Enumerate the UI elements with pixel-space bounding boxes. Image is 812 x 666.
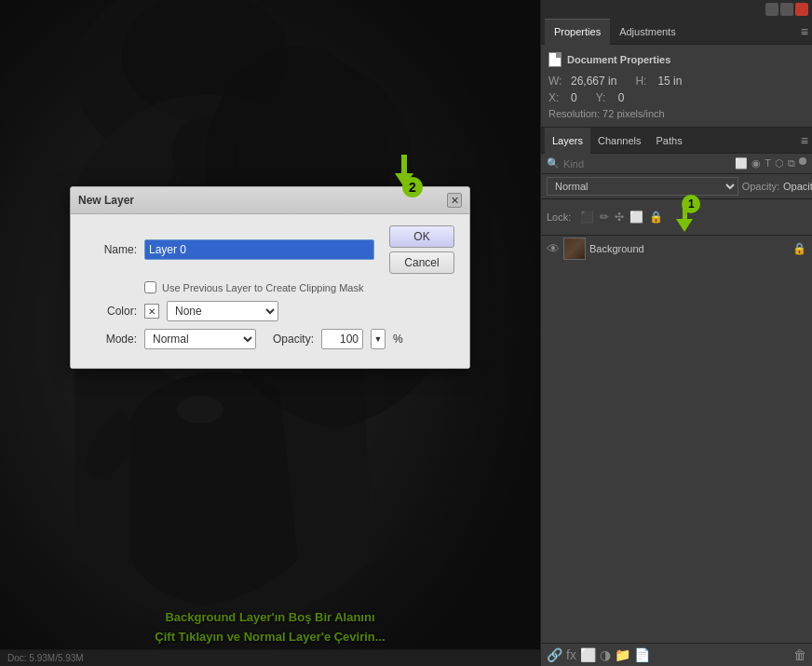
filter-smart-icon[interactable]: ⧉ bbox=[788, 157, 795, 170]
properties-tabs: Properties Adjustments ≡ bbox=[541, 19, 812, 45]
blend-mode-select[interactable]: Normal Dissolve Multiply bbox=[547, 177, 738, 196]
filter-pixel-icon[interactable]: ⬜ bbox=[735, 157, 748, 170]
properties-content: Document Properties W: 26,667 in H: 15 i… bbox=[541, 45, 812, 127]
layers-bottom-toolbar: 🔗 fx ⬜ ◑ 📁 📄 🗑 bbox=[541, 643, 812, 666]
step1-indicator: 1 bbox=[676, 202, 693, 232]
lock-all-icon[interactable]: 🔒 bbox=[649, 211, 663, 224]
mode-row: Mode: Normal Dissolve Multiply Screen Op… bbox=[86, 329, 454, 349]
layer-effects-icon[interactable]: fx bbox=[566, 647, 576, 662]
layers-panel: Layers Channels Paths ≡ 🔍 ⬜ ◉ T ⬡ ⧉ Norm… bbox=[541, 128, 812, 666]
lock-brush-icon[interactable]: ✏ bbox=[600, 211, 609, 224]
maximize-button[interactable] bbox=[780, 3, 793, 16]
opacity-dropdown-arrow[interactable]: ▼ bbox=[371, 329, 386, 349]
name-label: Name: bbox=[86, 243, 137, 256]
y-pair: Y: 0 bbox=[596, 91, 625, 104]
layer-thumb-image bbox=[564, 238, 585, 259]
canvas-area: 2 New Layer ✕ Name: OK Cancel bbox=[0, 0, 540, 666]
top-bar bbox=[541, 0, 812, 19]
opacity-value-layers: Opacity bbox=[783, 181, 806, 192]
search-icon: 🔍 bbox=[547, 157, 560, 170]
doc-props-header: Document Properties bbox=[548, 52, 805, 67]
lock-move-icon[interactable]: ✣ bbox=[615, 211, 624, 224]
ok-button[interactable]: OK bbox=[389, 225, 454, 248]
layers-spacer bbox=[541, 262, 812, 643]
tab-paths[interactable]: Paths bbox=[649, 128, 690, 154]
filter-type-icon[interactable]: T bbox=[765, 157, 771, 170]
filter-adj-icon[interactable]: ◉ bbox=[751, 157, 761, 170]
width-pair: W: 26,667 in bbox=[548, 75, 616, 88]
lock-checkerboard-icon[interactable]: ⬛ bbox=[580, 211, 594, 224]
x-label: X: bbox=[548, 91, 567, 104]
layers-tabs: Layers Channels Paths ≡ bbox=[541, 128, 812, 154]
new-layer-dialog: 2 New Layer ✕ Name: OK Cancel bbox=[70, 186, 470, 369]
clipping-mask-checkbox[interactable] bbox=[144, 281, 156, 293]
new-fill-layer-icon[interactable]: ◑ bbox=[600, 647, 611, 662]
new-group-icon[interactable]: 📁 bbox=[615, 647, 630, 662]
wh-row: W: 26,667 in H: 15 in bbox=[548, 75, 805, 88]
dialog-body: Name: OK Cancel Use Previous Layer to Cr… bbox=[71, 214, 469, 368]
step-badge-1: 1 bbox=[682, 195, 700, 213]
link-layers-icon[interactable]: 🔗 bbox=[547, 647, 562, 662]
delete-layer-icon[interactable]: 🗑 bbox=[793, 647, 806, 662]
lock-artboard-icon[interactable]: ⬜ bbox=[629, 211, 643, 224]
layer-thumbnail bbox=[563, 238, 586, 260]
clipping-mask-label: Use Previous Layer to Create Clipping Ma… bbox=[162, 282, 363, 293]
blend-mode-row: Normal Dissolve Multiply Opacity: Opacit… bbox=[541, 174, 812, 199]
minimize-button[interactable] bbox=[765, 3, 778, 16]
layer-visibility-icon[interactable]: 👁 bbox=[547, 241, 560, 256]
new-layer-icon[interactable]: 📄 bbox=[634, 647, 650, 662]
add-mask-icon[interactable]: ⬜ bbox=[580, 647, 596, 662]
layers-search-row: 🔍 ⬜ ◉ T ⬡ ⧉ bbox=[541, 154, 812, 174]
filter-shape-icon[interactable]: ⬡ bbox=[775, 157, 784, 170]
window-controls bbox=[765, 3, 808, 16]
mode-select[interactable]: Normal Dissolve Multiply Screen bbox=[144, 329, 256, 349]
x-pair: X: 0 bbox=[548, 91, 577, 104]
lock-label: Lock: bbox=[547, 211, 571, 223]
height-pair: H: 15 in bbox=[635, 75, 682, 88]
tab-properties[interactable]: Properties bbox=[545, 19, 610, 45]
lock-row: Lock: ⬛ ✏ ✣ ⬜ 🔒 1 bbox=[541, 199, 812, 236]
opacity-percent: % bbox=[393, 333, 403, 346]
y-value: 0 bbox=[618, 91, 625, 104]
layer-name-input[interactable] bbox=[144, 239, 374, 260]
height-label: H: bbox=[635, 75, 654, 88]
arrow-shaft bbox=[401, 155, 407, 173]
color-select[interactable]: None Red Orange Yellow Green Blue Violet… bbox=[167, 301, 278, 321]
document-icon bbox=[548, 52, 562, 67]
dialog-close-button[interactable]: ✕ bbox=[447, 193, 462, 208]
clipping-mask-row: Use Previous Layer to Create Clipping Ma… bbox=[144, 281, 454, 293]
name-row: Name: OK Cancel bbox=[86, 225, 454, 274]
width-label: W: bbox=[548, 75, 567, 88]
mode-label: Mode: bbox=[86, 333, 137, 346]
cancel-button[interactable]: Cancel bbox=[389, 251, 454, 274]
right-panel: Properties Adjustments ≡ Document Proper… bbox=[540, 0, 812, 666]
x-value: 0 bbox=[571, 91, 577, 104]
layers-search-input[interactable] bbox=[563, 158, 731, 170]
dialog-buttons: OK Cancel bbox=[389, 225, 454, 274]
dialog-overlay: 2 New Layer ✕ Name: OK Cancel bbox=[0, 0, 540, 666]
color-label: Color: bbox=[86, 305, 137, 318]
layer-item-background[interactable]: 👁 Background 🔒 bbox=[541, 236, 812, 262]
tab-adjustments[interactable]: Adjustments bbox=[610, 19, 685, 45]
width-value: 26,667 in bbox=[571, 75, 616, 88]
properties-menu-icon[interactable]: ≡ bbox=[801, 24, 808, 39]
arrow-head bbox=[395, 173, 413, 187]
opacity-input[interactable] bbox=[321, 329, 363, 349]
opacity-label: Opacity: bbox=[273, 333, 314, 346]
layer-lock-icon: 🔒 bbox=[792, 242, 806, 255]
tab-layers[interactable]: Layers bbox=[545, 128, 590, 154]
height-value: 15 in bbox=[657, 75, 682, 88]
resolution-row: Resolution: 72 pixels/inch bbox=[548, 108, 805, 119]
properties-panel: Properties Adjustments ≡ Document Proper… bbox=[541, 19, 812, 128]
xy-row: X: 0 Y: 0 bbox=[548, 91, 805, 104]
dialog-title: New Layer bbox=[78, 194, 134, 207]
doc-props-title: Document Properties bbox=[567, 54, 670, 65]
lock-row-container: Lock: ⬛ ✏ ✣ ⬜ 🔒 1 bbox=[541, 199, 812, 236]
filter-toggle-dot[interactable] bbox=[799, 157, 806, 165]
layers-menu-icon[interactable]: ≡ bbox=[801, 133, 808, 148]
layer-name-label: Background bbox=[589, 243, 789, 254]
color-row: Color: ✕ None Red Orange Yellow Green Bl… bbox=[86, 301, 454, 321]
close-button[interactable] bbox=[795, 3, 808, 16]
y-label: Y: bbox=[596, 91, 615, 104]
tab-channels[interactable]: Channels bbox=[590, 128, 648, 154]
